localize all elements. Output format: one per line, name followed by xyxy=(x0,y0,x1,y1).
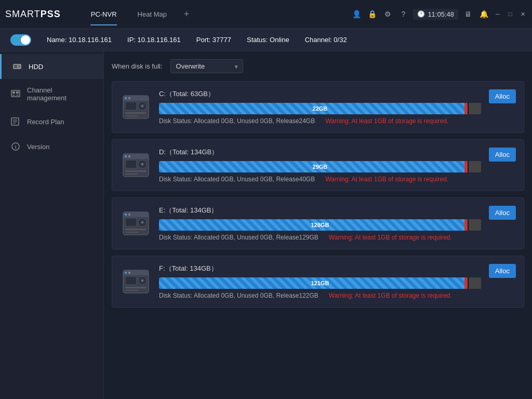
svg-point-30 xyxy=(141,164,143,165)
add-tab-button[interactable]: + xyxy=(180,8,193,20)
tab-container: PC-NVR Heat Map + xyxy=(82,7,193,21)
lock-icon[interactable]: 🔒 xyxy=(366,8,378,20)
disk-details-2: E:（Total: 134GB） 128GB Disk Status: Allo… xyxy=(159,206,481,241)
settings-icon[interactable]: ⚙ xyxy=(382,8,393,20)
svg-point-54 xyxy=(128,272,130,274)
svg-rect-26 xyxy=(123,154,149,159)
disk-bar-0: 22GB xyxy=(159,103,481,114)
svg-rect-6 xyxy=(16,91,19,94)
sidebar-item-channel[interactable]: Channel management xyxy=(0,79,103,109)
svg-point-44 xyxy=(128,214,130,216)
sidebar-record-label: Record Plan xyxy=(27,118,64,126)
tab-pc-nvr[interactable]: PC-NVR xyxy=(82,7,126,21)
titlebar: SMART PSS PC-NVR Heat Map + 👤 🔒 ⚙ ? 🕐 11… xyxy=(0,0,532,29)
monitor-icon[interactable]: 🖥 xyxy=(462,8,474,20)
svg-rect-1 xyxy=(14,65,17,68)
disk-bar-1: 29GB xyxy=(159,161,481,172)
disk-bar-3: 121GB xyxy=(159,277,481,289)
svg-rect-17 xyxy=(125,102,137,110)
svg-rect-21 xyxy=(125,112,146,114)
svg-rect-5 xyxy=(12,91,15,94)
disk-icon-area-1 xyxy=(120,149,151,182)
svg-rect-42 xyxy=(125,232,138,233)
svg-rect-8 xyxy=(16,95,19,96)
disk-card-1: D:（Total: 134GB） 29GB Disk Status: Alloc… xyxy=(112,139,524,191)
sidebar-item-hdd[interactable]: HDD xyxy=(0,54,103,79)
sidebar-hdd-label: HDD xyxy=(29,63,43,71)
disk-status-2: Disk Status: Allocated 0GB, Unused 0GB, … xyxy=(159,234,318,241)
record-icon xyxy=(10,116,21,127)
conn-name: Name: 10.18.116.161 xyxy=(47,36,112,44)
conn-channel: Channel: 0/32 xyxy=(305,36,347,44)
conn-ip: IP: 10.18.116.161 xyxy=(127,36,181,44)
disk-status-3: Disk Status: Allocated 0GB, Unused 0GB, … xyxy=(159,292,318,299)
svg-rect-16 xyxy=(123,96,149,101)
alloc-button-0[interactable]: Alloc xyxy=(489,89,516,103)
disk-bar-label-3: 121GB xyxy=(311,280,329,286)
disk-icon-area-0 xyxy=(120,90,151,124)
disk-name-1: D:（Total: 134GB） xyxy=(159,148,481,157)
disk-status-row-1: Disk Status: Allocated 0GB, Unused 0GB, … xyxy=(159,176,481,183)
main-layout: HDD Channel management xyxy=(0,51,532,399)
disk-bar-label-1: 29GB xyxy=(313,164,328,170)
close-button[interactable]: ✕ xyxy=(518,10,527,18)
sidebar: HDD Channel management xyxy=(0,51,104,399)
disk-details-3: F:（Total: 134GB） 121GB Disk Status: Allo… xyxy=(159,264,481,299)
svg-rect-46 xyxy=(123,270,149,275)
notification-icon[interactable]: 🔔 xyxy=(478,8,489,20)
sidebar-item-record[interactable]: Record Plan xyxy=(0,109,103,134)
disk-warning-3: Warning: At least 1GB of storage is requ… xyxy=(329,292,452,299)
minimize-button[interactable]: ─ xyxy=(494,10,502,18)
disk-full-row: When disk is full: Overwrite Stop Record… xyxy=(112,59,524,73)
svg-point-53 xyxy=(125,272,127,274)
connection-toggle[interactable] xyxy=(10,34,31,46)
hdd-icon xyxy=(12,61,22,72)
svg-rect-47 xyxy=(125,276,137,285)
clock-area: 🕐 11:05:48 xyxy=(413,9,458,20)
svg-point-34 xyxy=(128,155,130,157)
tab-heat-map[interactable]: Heat Map xyxy=(128,7,176,21)
svg-rect-31 xyxy=(125,170,146,172)
disk-bar-2: 128GB xyxy=(159,219,481,231)
disk-card-0: C:（Total: 63GB） 22GB Disk Status: Alloca… xyxy=(112,81,524,133)
alloc-button-1[interactable]: Alloc xyxy=(489,148,516,162)
disk-icon-area-2 xyxy=(120,207,151,241)
logo-smart: SMART xyxy=(5,9,41,20)
disk-status-row-0: Disk Status: Allocated 0GB, Unused 0GB, … xyxy=(159,117,481,125)
disk-full-dropdown-wrapper: Overwrite Stop Recording ▼ xyxy=(170,59,243,73)
help-icon[interactable]: ? xyxy=(397,8,409,20)
sidebar-item-version[interactable]: i Version xyxy=(0,134,103,159)
disk-warning-2: Warning: At least 1GB of storage is requ… xyxy=(329,234,452,241)
svg-rect-41 xyxy=(125,229,146,230)
disk-details-1: D:（Total: 134GB） 29GB Disk Status: Alloc… xyxy=(159,148,481,183)
alloc-button-3[interactable]: Alloc xyxy=(489,264,516,278)
channel-icon xyxy=(10,89,21,99)
disk-card-2: E:（Total: 134GB） 128GB Disk Status: Allo… xyxy=(112,197,524,249)
disk-icon-area-3 xyxy=(120,265,151,299)
svg-rect-4 xyxy=(11,90,20,97)
svg-text:i: i xyxy=(15,144,17,150)
svg-point-20 xyxy=(141,105,143,107)
svg-rect-52 xyxy=(125,290,138,291)
disk-bar-red-2 xyxy=(464,219,468,231)
disk-card-3: F:（Total: 134GB） 121GB Disk Status: Allo… xyxy=(112,256,524,308)
svg-point-3 xyxy=(19,66,20,67)
svg-point-43 xyxy=(125,214,127,216)
conn-port: Port: 37777 xyxy=(196,36,231,44)
disk-full-select[interactable]: Overwrite Stop Recording xyxy=(170,59,243,73)
sidebar-channel-label: Channel management xyxy=(27,86,93,102)
svg-point-23 xyxy=(125,97,127,99)
user-icon[interactable]: 👤 xyxy=(351,8,362,20)
disk-bar-label-2: 128GB xyxy=(311,222,329,228)
disk-warning-0: Warning: At least 1GB of storage is requ… xyxy=(325,117,448,125)
disk-status-0: Disk Status: Allocated 0GB, Unused 0GB, … xyxy=(159,117,315,125)
alloc-button-2[interactable]: Alloc xyxy=(489,206,516,220)
disk-status-1: Disk Status: Allocated 0GB, Unused 0GB, … xyxy=(159,176,315,183)
disk-name-3: F:（Total: 134GB） xyxy=(159,264,481,273)
svg-rect-32 xyxy=(125,174,138,175)
disk-bar-gray-0 xyxy=(469,103,481,114)
maximize-button[interactable]: □ xyxy=(506,10,514,18)
disk-status-row-3: Disk Status: Allocated 0GB, Unused 0GB, … xyxy=(159,292,481,299)
connection-bar: Name: 10.18.116.161 IP: 10.18.116.161 Po… xyxy=(0,29,532,51)
disk-bar-red-3 xyxy=(464,277,468,289)
